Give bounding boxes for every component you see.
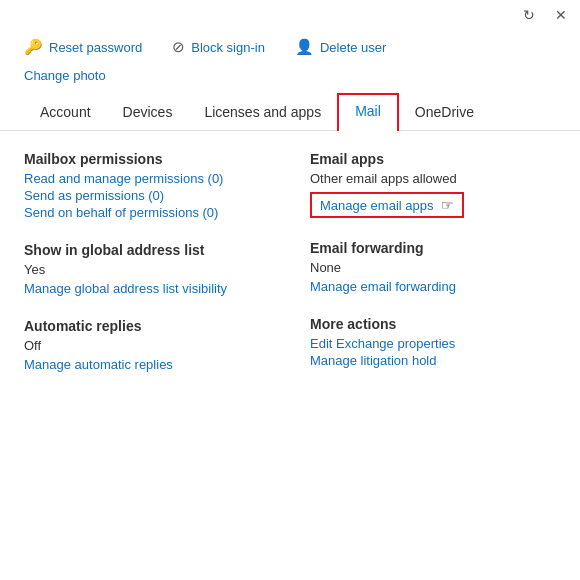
delete-user-button[interactable]: 👤 Delete user [295, 38, 386, 56]
close-button[interactable]: ✕ [552, 6, 570, 24]
send-on-behalf-permissions-link[interactable]: Send on behalf of permissions (0) [24, 205, 270, 220]
tab-account[interactable]: Account [24, 96, 107, 130]
reset-password-button[interactable]: 🔑 Reset password [24, 38, 142, 56]
email-apps-value: Other email apps allowed [310, 171, 556, 186]
left-column: Mailbox permissions Read and manage perm… [24, 151, 270, 394]
email-forwarding-value: None [310, 260, 556, 275]
mailbox-permissions-section: Mailbox permissions Read and manage perm… [24, 151, 270, 220]
automatic-replies-section: Automatic replies Off Manage automatic r… [24, 318, 270, 372]
block-signin-label: Block sign-in [191, 40, 265, 55]
block-signin-icon: ⊘ [172, 38, 185, 56]
cursor-icon: ☞ [441, 197, 454, 213]
automatic-replies-title: Automatic replies [24, 318, 270, 334]
delete-user-icon: 👤 [295, 38, 314, 56]
edit-exchange-properties-link[interactable]: Edit Exchange properties [310, 336, 556, 351]
manage-email-forwarding-link[interactable]: Manage email forwarding [310, 279, 556, 294]
more-actions-section: More actions Edit Exchange properties Ma… [310, 316, 556, 368]
change-photo-link[interactable]: Change photo [0, 68, 580, 93]
tab-onedrive[interactable]: OneDrive [399, 96, 490, 130]
email-forwarding-section: Email forwarding None Manage email forwa… [310, 240, 556, 294]
tab-mail[interactable]: Mail [337, 93, 399, 131]
tab-devices[interactable]: Devices [107, 96, 189, 130]
more-actions-title: More actions [310, 316, 556, 332]
send-as-permissions-link[interactable]: Send as permissions (0) [24, 188, 270, 203]
toolbar: 🔑 Reset password ⊘ Block sign-in 👤 Delet… [0, 30, 580, 68]
manage-litigation-hold-link[interactable]: Manage litigation hold [310, 353, 556, 368]
right-column: Email apps Other email apps allowed Mana… [310, 151, 556, 394]
global-address-title: Show in global address list [24, 242, 270, 258]
tab-licenses[interactable]: Licenses and apps [188, 96, 337, 130]
block-signin-button[interactable]: ⊘ Block sign-in [172, 38, 265, 56]
reset-password-icon: 🔑 [24, 38, 43, 56]
manage-email-apps-link[interactable]: Manage email apps [320, 198, 433, 213]
read-manage-permissions-link[interactable]: Read and manage permissions (0) [24, 171, 270, 186]
reset-password-label: Reset password [49, 40, 142, 55]
manage-global-address-link[interactable]: Manage global address list visibility [24, 281, 270, 296]
tab-bar: Account Devices Licenses and apps Mail O… [0, 93, 580, 131]
global-address-value: Yes [24, 262, 270, 277]
manage-automatic-replies-link[interactable]: Manage automatic replies [24, 357, 270, 372]
automatic-replies-value: Off [24, 338, 270, 353]
global-address-section: Show in global address list Yes Manage g… [24, 242, 270, 296]
manage-email-apps-highlight: Manage email apps ☞ [310, 192, 464, 218]
email-apps-section: Email apps Other email apps allowed Mana… [310, 151, 556, 218]
main-content: Mailbox permissions Read and manage perm… [0, 131, 580, 414]
title-bar: ↻ ✕ [0, 0, 580, 30]
email-forwarding-title: Email forwarding [310, 240, 556, 256]
email-apps-title: Email apps [310, 151, 556, 167]
delete-user-label: Delete user [320, 40, 386, 55]
refresh-button[interactable]: ↻ [520, 6, 538, 24]
mailbox-permissions-title: Mailbox permissions [24, 151, 270, 167]
